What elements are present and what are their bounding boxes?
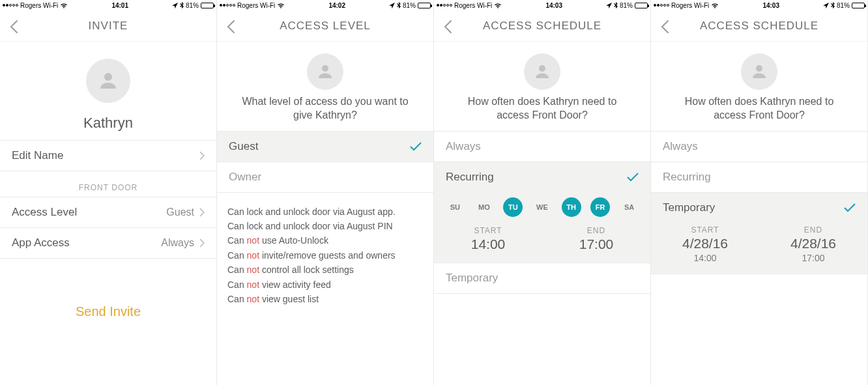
app-access-row[interactable]: App Access Always	[0, 227, 216, 259]
signal-dots-icon	[437, 4, 452, 7]
option-always[interactable]: Always	[434, 131, 650, 162]
check-icon	[410, 142, 422, 151]
access-level-row[interactable]: Access Level Guest	[0, 197, 216, 228]
avatar[interactable]	[524, 53, 560, 90]
status-bar: Rogers Wi-Fi 14:03 81%	[434, 0, 650, 10]
end-datetime-button[interactable]: END 4/28/16 17:00	[759, 225, 867, 263]
svg-point-0	[104, 73, 112, 81]
svg-point-3	[756, 65, 762, 72]
svg-point-2	[539, 65, 545, 72]
nav-header: ACCESS LEVEL	[217, 10, 433, 42]
day-tu[interactable]: TU	[503, 197, 523, 217]
end-label: END	[542, 226, 650, 235]
start-label: START	[651, 225, 759, 235]
option-temporary[interactable]: Temporary	[651, 193, 867, 223]
prompt-text: How often does Kathryn need to access Fr…	[651, 90, 867, 132]
carrier-label: Rogers Wi-Fi	[237, 2, 275, 9]
svg-point-1	[322, 65, 328, 72]
option-recurring-label: Recurring	[663, 171, 711, 184]
avatar[interactable]	[307, 53, 343, 90]
back-button[interactable]	[660, 20, 673, 33]
battery-icon	[201, 3, 214, 8]
day-su[interactable]: SU	[445, 197, 465, 217]
option-guest[interactable]: Guest	[217, 131, 433, 162]
nav-header: ACCESS SCHEDULE	[651, 10, 867, 42]
location-icon	[606, 3, 612, 8]
day-th[interactable]: TH	[562, 197, 581, 217]
day-sa[interactable]: SA	[620, 197, 639, 217]
wifi-icon	[711, 3, 719, 8]
avatar[interactable]	[741, 53, 777, 90]
screen-access-level: Rogers Wi-Fi 14:02 81% ACCESS LEVEL What…	[217, 0, 434, 385]
end-time-button[interactable]: END 17:00	[542, 226, 650, 252]
recurring-panel: Recurring SU MO TU WE TH FR SA START 14:…	[434, 162, 650, 263]
avatar[interactable]	[86, 59, 130, 103]
access-level-value: Guest	[166, 207, 194, 218]
option-always[interactable]: Always	[651, 131, 867, 162]
day-we[interactable]: WE	[532, 197, 552, 217]
battery-icon	[852, 3, 865, 8]
perm-line: Can not view activity feed	[227, 278, 423, 292]
days-strip: SU MO TU WE TH FR SA	[434, 192, 650, 222]
end-label: END	[759, 225, 867, 235]
option-recurring[interactable]: Recurring	[651, 162, 867, 193]
status-bar: Rogers Wi-Fi 14:02 81%	[217, 0, 433, 10]
prompt-text: How often does Kathryn need to access Fr…	[434, 90, 650, 132]
option-always-label: Always	[663, 140, 698, 153]
edit-name-label: Edit Name	[12, 149, 63, 162]
page-title: ACCESS LEVEL	[280, 20, 371, 33]
bluetooth-icon	[614, 2, 618, 8]
perm-line: Can lock and unlock door via August PIN	[227, 219, 423, 233]
location-icon	[389, 3, 395, 8]
battery-icon	[418, 3, 431, 8]
check-icon	[844, 203, 856, 212]
option-owner[interactable]: Owner	[217, 162, 433, 193]
option-temporary[interactable]: Temporary	[434, 263, 650, 294]
wifi-icon	[277, 3, 285, 8]
permission-list: Can lock and unlock door via August app.…	[217, 193, 433, 307]
screen-schedule-recurring: Rogers Wi-Fi 14:03 81% ACCESS SCHEDULE H…	[434, 0, 651, 385]
perm-line: Can not invite/remove guests and owners	[227, 248, 423, 263]
chevron-right-icon	[199, 238, 205, 248]
start-datetime-button[interactable]: START 4/28/16 14:00	[651, 225, 759, 263]
send-invite-button[interactable]: Send Invite	[0, 304, 216, 319]
carrier-label: Rogers Wi-Fi	[671, 2, 709, 9]
bluetooth-icon	[831, 2, 835, 8]
clock: 14:02	[328, 2, 345, 9]
battery-pct: 81%	[403, 2, 416, 9]
back-button[interactable]	[226, 20, 239, 33]
edit-name-row[interactable]: Edit Name	[0, 140, 216, 171]
page-title: ACCESS SCHEDULE	[483, 20, 601, 33]
page-title: ACCESS SCHEDULE	[700, 20, 818, 33]
back-button[interactable]	[443, 20, 456, 33]
user-name: Kathryn	[0, 115, 216, 132]
access-level-label: Access Level	[12, 206, 77, 219]
perm-line: Can not use Auto-Unlock	[227, 233, 423, 248]
option-recurring-label: Recurring	[446, 171, 494, 184]
check-icon	[627, 173, 639, 182]
day-mo[interactable]: MO	[474, 197, 494, 217]
back-button[interactable]	[9, 20, 22, 33]
section-front-door: FRONT DOOR	[0, 171, 216, 197]
perm-line: Can lock and unlock door via August app.	[227, 205, 423, 219]
option-guest-label: Guest	[229, 140, 258, 153]
day-fr[interactable]: FR	[590, 197, 610, 217]
signal-dots-icon	[220, 4, 235, 7]
start-time: 14:00	[651, 253, 759, 263]
battery-icon	[635, 3, 648, 8]
start-time-button[interactable]: START 14:00	[434, 226, 542, 252]
end-value: 17:00	[542, 236, 650, 252]
screen-schedule-temporary: Rogers Wi-Fi 14:03 81% ACCESS SCHEDULE H…	[651, 0, 868, 385]
wifi-icon	[60, 3, 68, 8]
battery-pct: 81%	[186, 2, 199, 9]
chevron-right-icon	[199, 208, 205, 217]
nav-header: INVITE	[0, 10, 216, 42]
start-value: 14:00	[434, 236, 542, 252]
status-bar: Rogers Wi-Fi 14:03 81%	[651, 0, 867, 10]
perm-line: Can not control all lock settings	[227, 263, 423, 277]
option-temporary-label: Temporary	[663, 201, 715, 214]
temporary-panel: Temporary START 4/28/16 14:00 END 4/28/1…	[651, 192, 867, 274]
bluetooth-icon	[180, 2, 184, 8]
app-access-value: Always	[161, 237, 194, 249]
option-recurring[interactable]: Recurring	[434, 162, 650, 192]
